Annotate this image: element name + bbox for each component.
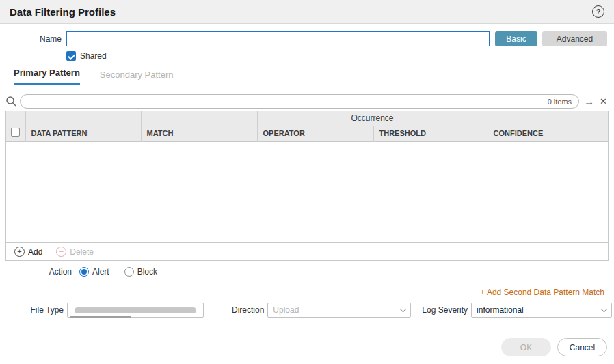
tab-primary-pattern[interactable]: Primary Pattern — [14, 68, 80, 85]
clear-filter-close-icon[interactable]: ✕ — [600, 97, 607, 106]
apply-filter-arrow-icon[interactable]: → — [584, 96, 594, 107]
select-all-cell — [6, 111, 25, 141]
add-button[interactable]: + Add — [14, 247, 42, 257]
radio-unselected-icon — [124, 267, 134, 277]
column-header-operator[interactable]: OPERATOR — [257, 126, 373, 141]
shared-row: Shared — [66, 51, 614, 61]
search-row: 0 items → ✕ — [5, 94, 609, 109]
direction-value: Upload — [273, 305, 299, 315]
delete-button-label: Delete — [70, 247, 94, 257]
direction-select[interactable]: Upload — [267, 303, 411, 318]
delete-button[interactable]: − Delete — [56, 247, 94, 257]
empty-table-body — [6, 141, 608, 242]
action-block-label: Block — [137, 267, 157, 277]
items-count-label: 0 items — [548, 98, 572, 106]
action-block-radio[interactable]: Block — [124, 267, 157, 277]
log-severity-value: informational — [477, 305, 524, 315]
tab-secondary-pattern[interactable]: Secondary Pattern — [100, 70, 174, 85]
file-type-redacted-value — [75, 307, 196, 313]
dialog-footer: OK Cancel — [0, 338, 607, 356]
column-header-data-pattern[interactable]: DATA PATTERN — [25, 111, 141, 141]
pattern-tabs: Primary Pattern Secondary Pattern — [14, 68, 614, 85]
log-severity-label: Log Severity — [422, 305, 468, 315]
basic-button[interactable]: Basic — [495, 31, 537, 46]
dialog-titlebar: Data Filtering Profiles ? — [0, 0, 614, 24]
ok-button[interactable]: OK — [501, 338, 551, 356]
empty-table-area — [6, 141, 608, 242]
shared-checkbox[interactable] — [66, 51, 76, 61]
column-header-confidence[interactable]: CONFIDENCE — [488, 111, 608, 141]
chevron-down-icon — [601, 305, 608, 312]
file-type-redact-underline — [70, 316, 131, 318]
table-toolbar: + Add − Delete — [6, 242, 608, 260]
add-second-data-pattern-link[interactable]: + Add Second Data Pattern Match — [480, 288, 604, 297]
text-caret — [70, 35, 70, 44]
patterns-table-container: DATA PATTERN MATCH Occurrence CONFIDENCE… — [5, 111, 609, 261]
name-row: Name Basic Advanced — [5, 31, 607, 46]
file-type-select[interactable] — [67, 303, 204, 318]
tab-separator — [90, 70, 90, 80]
patterns-table: DATA PATTERN MATCH Occurrence CONFIDENCE… — [6, 111, 608, 242]
data-filtering-profiles-dialog: Data Filtering Profiles ? Name Basic Adv… — [0, 0, 614, 356]
log-severity-select[interactable]: informational — [471, 303, 612, 318]
name-label: Name — [5, 34, 62, 44]
action-alert-radio[interactable]: Alert — [79, 267, 109, 277]
shared-label: Shared — [80, 51, 107, 61]
column-header-match[interactable]: MATCH — [141, 111, 257, 141]
action-row: Action Alert Block — [5, 267, 614, 277]
chevron-down-icon — [400, 305, 407, 312]
circle-minus-icon: − — [56, 247, 66, 257]
search-icon — [5, 96, 17, 107]
action-label: Action — [5, 267, 72, 277]
cancel-button[interactable]: Cancel — [557, 338, 607, 356]
column-group-occurrence: Occurrence — [257, 111, 488, 126]
link-row: + Add Second Data Pattern Match — [0, 285, 604, 298]
advanced-button[interactable]: Advanced — [542, 31, 607, 46]
direction-label: Direction — [232, 305, 264, 315]
circle-plus-icon: + — [14, 247, 25, 257]
mode-toggle-group: Basic Advanced — [495, 31, 607, 46]
add-button-label: Add — [28, 247, 42, 257]
column-header-threshold[interactable]: THRESHOLD — [373, 126, 488, 141]
radio-selected-icon — [79, 267, 89, 277]
name-input[interactable] — [66, 31, 490, 46]
dialog-title: Data Filtering Profiles — [10, 6, 116, 18]
file-type-label: File Type — [5, 305, 64, 315]
help-icon[interactable]: ? — [592, 5, 604, 18]
bottom-fields-row: File Type Direction Upload Log Severity … — [5, 303, 614, 318]
search-input[interactable]: 0 items — [20, 94, 579, 109]
action-alert-label: Alert — [92, 267, 109, 277]
select-all-checkbox[interactable] — [11, 128, 20, 137]
